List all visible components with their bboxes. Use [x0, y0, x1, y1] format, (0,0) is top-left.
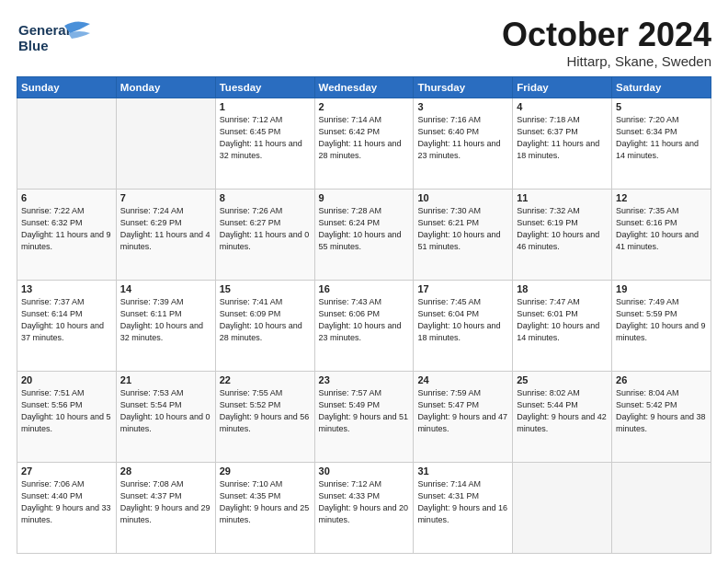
svg-text:General: General — [18, 22, 70, 38]
day-number: 23 — [319, 374, 410, 385]
calendar-cell: 11 Sunrise: 7:32 AMSunset: 6:19 PMDaylig… — [513, 189, 612, 280]
day-number: 14 — [120, 283, 211, 294]
day-number: 11 — [517, 192, 608, 203]
calendar-cell: 8 Sunrise: 7:26 AMSunset: 6:27 PMDayligh… — [215, 189, 314, 280]
weekday-header-thursday: Thursday — [414, 76, 513, 98]
day-number: 1 — [220, 101, 311, 112]
weekday-header-monday: Monday — [116, 76, 215, 98]
calendar-cell: 12 Sunrise: 7:35 AMSunset: 6:16 PMDaylig… — [612, 189, 711, 280]
day-info: Sunrise: 7:20 AMSunset: 6:34 PMDaylight:… — [616, 114, 707, 162]
calendar-cell: 25 Sunrise: 8:02 AMSunset: 5:44 PMDaylig… — [513, 371, 612, 462]
day-info: Sunrise: 7:41 AMSunset: 6:09 PMDaylight:… — [220, 296, 311, 344]
day-number: 22 — [220, 374, 311, 385]
logo: General Blue — [17, 17, 99, 57]
day-info: Sunrise: 7:55 AMSunset: 5:52 PMDaylight:… — [220, 387, 311, 435]
calendar-cell: 22 Sunrise: 7:55 AMSunset: 5:52 PMDaylig… — [215, 371, 314, 462]
calendar-cell: 20 Sunrise: 7:51 AMSunset: 5:56 PMDaylig… — [17, 371, 117, 462]
calendar-cell: 6 Sunrise: 7:22 AMSunset: 6:32 PMDayligh… — [17, 189, 117, 280]
day-info: Sunrise: 7:30 AMSunset: 6:21 PMDaylight:… — [417, 205, 508, 253]
day-info: Sunrise: 7:43 AMSunset: 6:06 PMDaylight:… — [319, 296, 410, 344]
weekday-header-friday: Friday — [513, 76, 612, 98]
calendar-week-2: 6 Sunrise: 7:22 AMSunset: 6:32 PMDayligh… — [17, 189, 711, 280]
day-number: 2 — [319, 101, 410, 112]
day-number: 26 — [616, 374, 707, 385]
day-info: Sunrise: 7:24 AMSunset: 6:29 PMDaylight:… — [120, 205, 211, 253]
day-info: Sunrise: 7:51 AMSunset: 5:56 PMDaylight:… — [21, 387, 112, 435]
calendar-cell: 27 Sunrise: 7:06 AMSunset: 4:40 PMDaylig… — [17, 462, 117, 553]
weekday-header-wednesday: Wednesday — [314, 76, 414, 98]
day-number: 3 — [417, 101, 508, 112]
day-number: 30 — [319, 465, 410, 477]
day-number: 8 — [220, 192, 311, 203]
calendar-cell — [612, 462, 711, 553]
calendar-cell: 4 Sunrise: 7:18 AMSunset: 6:37 PMDayligh… — [513, 98, 612, 189]
day-info: Sunrise: 7:10 AMSunset: 4:35 PMDaylight:… — [220, 478, 311, 526]
calendar-cell — [17, 98, 117, 189]
calendar-cell: 1 Sunrise: 7:12 AMSunset: 6:45 PMDayligh… — [215, 98, 314, 189]
day-info: Sunrise: 7:32 AMSunset: 6:19 PMDaylight:… — [517, 205, 608, 253]
calendar-week-5: 27 Sunrise: 7:06 AMSunset: 4:40 PMDaylig… — [17, 462, 711, 553]
day-number: 13 — [21, 283, 112, 294]
day-number: 17 — [417, 283, 508, 294]
day-info: Sunrise: 7:26 AMSunset: 6:27 PMDaylight:… — [220, 205, 311, 253]
day-number: 18 — [517, 283, 608, 294]
day-info: Sunrise: 8:04 AMSunset: 5:42 PMDaylight:… — [616, 387, 707, 435]
svg-text:Blue: Blue — [18, 38, 49, 53]
title-block: October 2024 Hittarp, Skane, Sweden — [502, 17, 711, 69]
location: Hittarp, Skane, Sweden — [502, 53, 711, 69]
day-number: 20 — [21, 374, 112, 385]
day-number: 12 — [616, 192, 707, 203]
day-info: Sunrise: 7:06 AMSunset: 4:40 PMDaylight:… — [21, 478, 112, 526]
day-info: Sunrise: 7:49 AMSunset: 5:59 PMDaylight:… — [616, 296, 707, 344]
day-info: Sunrise: 7:35 AMSunset: 6:16 PMDaylight:… — [616, 205, 707, 253]
day-info: Sunrise: 7:08 AMSunset: 4:37 PMDaylight:… — [120, 478, 211, 526]
calendar-cell: 16 Sunrise: 7:43 AMSunset: 6:06 PMDaylig… — [314, 280, 414, 371]
calendar-cell: 26 Sunrise: 8:04 AMSunset: 5:42 PMDaylig… — [612, 371, 711, 462]
day-info: Sunrise: 7:53 AMSunset: 5:54 PMDaylight:… — [120, 387, 211, 435]
calendar-header-row: SundayMondayTuesdayWednesdayThursdayFrid… — [17, 76, 711, 98]
calendar-cell: 14 Sunrise: 7:39 AMSunset: 6:11 PMDaylig… — [116, 280, 215, 371]
calendar-cell: 18 Sunrise: 7:47 AMSunset: 6:01 PMDaylig… — [513, 280, 612, 371]
day-info: Sunrise: 7:16 AMSunset: 6:40 PMDaylight:… — [417, 114, 508, 162]
calendar-cell: 3 Sunrise: 7:16 AMSunset: 6:40 PMDayligh… — [414, 98, 513, 189]
day-info: Sunrise: 7:12 AMSunset: 4:33 PMDaylight:… — [319, 478, 410, 526]
day-number: 25 — [517, 374, 608, 385]
day-info: Sunrise: 7:14 AMSunset: 6:42 PMDaylight:… — [319, 114, 410, 162]
calendar-week-4: 20 Sunrise: 7:51 AMSunset: 5:56 PMDaylig… — [17, 371, 711, 462]
day-number: 29 — [220, 465, 311, 477]
calendar-cell: 9 Sunrise: 7:28 AMSunset: 6:24 PMDayligh… — [314, 189, 414, 280]
calendar-cell: 31 Sunrise: 7:14 AMSunset: 4:31 PMDaylig… — [414, 462, 513, 553]
day-number: 10 — [417, 192, 508, 203]
calendar-cell — [513, 462, 612, 553]
calendar-week-3: 13 Sunrise: 7:37 AMSunset: 6:14 PMDaylig… — [17, 280, 711, 371]
calendar-cell: 13 Sunrise: 7:37 AMSunset: 6:14 PMDaylig… — [17, 280, 117, 371]
day-number: 31 — [417, 465, 508, 477]
calendar-cell: 15 Sunrise: 7:41 AMSunset: 6:09 PMDaylig… — [215, 280, 314, 371]
weekday-header-tuesday: Tuesday — [215, 76, 314, 98]
calendar-cell: 7 Sunrise: 7:24 AMSunset: 6:29 PMDayligh… — [116, 189, 215, 280]
calendar-cell: 19 Sunrise: 7:49 AMSunset: 5:59 PMDaylig… — [612, 280, 711, 371]
logo-svg: General Blue — [17, 17, 99, 57]
calendar-table: SundayMondayTuesdayWednesdayThursdayFrid… — [17, 76, 711, 554]
month-title: October 2024 — [502, 17, 711, 53]
calendar-cell: 5 Sunrise: 7:20 AMSunset: 6:34 PMDayligh… — [612, 98, 711, 189]
day-number: 6 — [21, 192, 112, 203]
day-number: 7 — [120, 192, 211, 203]
calendar-cell: 10 Sunrise: 7:30 AMSunset: 6:21 PMDaylig… — [414, 189, 513, 280]
header: General Blue October 2024 Hittarp, Skane… — [17, 17, 711, 69]
weekday-header-saturday: Saturday — [612, 76, 711, 98]
day-info: Sunrise: 7:39 AMSunset: 6:11 PMDaylight:… — [120, 296, 211, 344]
calendar-cell: 30 Sunrise: 7:12 AMSunset: 4:33 PMDaylig… — [314, 462, 414, 553]
calendar-cell: 29 Sunrise: 7:10 AMSunset: 4:35 PMDaylig… — [215, 462, 314, 553]
day-number: 9 — [319, 192, 410, 203]
day-number: 5 — [616, 101, 707, 112]
calendar-cell: 23 Sunrise: 7:57 AMSunset: 5:49 PMDaylig… — [314, 371, 414, 462]
day-number: 16 — [319, 283, 410, 294]
day-number: 21 — [120, 374, 211, 385]
day-info: Sunrise: 7:28 AMSunset: 6:24 PMDaylight:… — [319, 205, 410, 253]
day-info: Sunrise: 7:47 AMSunset: 6:01 PMDaylight:… — [517, 296, 608, 344]
day-info: Sunrise: 7:14 AMSunset: 4:31 PMDaylight:… — [417, 478, 508, 526]
calendar-cell: 28 Sunrise: 7:08 AMSunset: 4:37 PMDaylig… — [116, 462, 215, 553]
calendar-cell: 2 Sunrise: 7:14 AMSunset: 6:42 PMDayligh… — [314, 98, 414, 189]
day-info: Sunrise: 7:59 AMSunset: 5:47 PMDaylight:… — [417, 387, 508, 435]
